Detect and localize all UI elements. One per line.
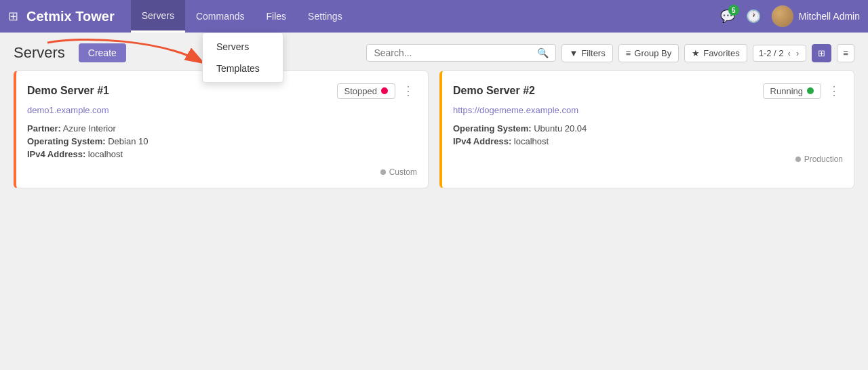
search-icon: 🔍 bbox=[537, 47, 549, 58]
card-2-header: Demo Server #2 Running ⋮ bbox=[453, 82, 843, 100]
prev-page-button[interactable]: ‹ bbox=[787, 48, 792, 58]
subheader: Servers Create 🔍 ▼ Filters ≡ Group By ★ … bbox=[14, 43, 854, 62]
top-navigation: ⊞ Cetmix Tower Servers Commands Files Se… bbox=[0, 0, 868, 33]
card-2-details: Operating System: Ubuntu 20.04 IPv4 Addr… bbox=[453, 123, 843, 146]
filter-icon: ▼ bbox=[569, 48, 578, 58]
card-1-menu-button[interactable]: ⋮ bbox=[399, 82, 417, 100]
card-1-os: Operating System: Debian 10 bbox=[27, 136, 417, 146]
groupby-button[interactable]: ≡ Group By bbox=[618, 44, 679, 62]
dropdown-item-servers[interactable]: Servers bbox=[203, 36, 283, 58]
card-1-footer: Custom bbox=[27, 167, 417, 177]
nav-item-commands[interactable]: Commands bbox=[185, 0, 256, 33]
card-2-status-label: Running bbox=[770, 86, 803, 96]
avatar bbox=[772, 5, 793, 27]
card-1-title: Demo Server #1 bbox=[27, 85, 109, 97]
card-1-tag: Custom bbox=[389, 167, 417, 177]
card-2-status-area: Running ⋮ bbox=[763, 82, 843, 100]
card-1-ipv4: IPv4 Address: localhost bbox=[27, 149, 417, 159]
card-2-tag-dot bbox=[795, 157, 801, 162]
card-1-status-area: Stopped ⋮ bbox=[337, 82, 417, 100]
filters-button[interactable]: ▼ Filters bbox=[561, 44, 612, 62]
create-button[interactable]: Create bbox=[79, 43, 126, 62]
card-2-ipv4: IPv4 Address: localhost bbox=[453, 136, 843, 146]
card-2-title: Demo Server #2 bbox=[453, 85, 535, 97]
groupby-icon: ≡ bbox=[626, 48, 631, 58]
page-body: Servers Create 🔍 ▼ Filters ≡ Group By ★ … bbox=[0, 33, 868, 199]
pagination: 1-2 / 2 ‹ › bbox=[753, 45, 807, 62]
dropdown-item-templates[interactable]: Templates bbox=[203, 58, 283, 79]
card-1-details: Partner: Azure Interior Operating System… bbox=[27, 123, 417, 159]
card-2-footer: Production bbox=[453, 155, 843, 164]
notification-badge: 5 bbox=[728, 5, 739, 16]
topnav-right: 💬 5 🕐 Mitchell Admin bbox=[720, 5, 860, 27]
card-1-partner: Partner: Azure Interior bbox=[27, 123, 417, 133]
card-2-status-badge: Running bbox=[763, 83, 821, 99]
clock-button[interactable]: 🕐 bbox=[746, 9, 761, 24]
servers-dropdown: Servers Templates bbox=[202, 33, 283, 83]
card-2-os: Operating System: Ubuntu 20.04 bbox=[453, 123, 843, 133]
server-card-1: Demo Server #1 Stopped ⋮ demo1.example.c… bbox=[14, 70, 429, 188]
server-card-2: Demo Server #2 Running ⋮ https://dogemem… bbox=[439, 70, 854, 188]
app-brand: Cetmix Tower bbox=[26, 9, 115, 24]
card-2-link[interactable]: https://dogememe.example.com bbox=[453, 105, 843, 115]
favorites-button[interactable]: ★ Favorites bbox=[684, 44, 747, 62]
pagination-text: 1-2 / 2 bbox=[759, 48, 784, 58]
card-1-link[interactable]: demo1.example.com bbox=[27, 105, 417, 115]
user-menu[interactable]: Mitchell Admin bbox=[772, 5, 860, 27]
servers-grid: Demo Server #1 Stopped ⋮ demo1.example.c… bbox=[14, 70, 854, 188]
notification-button[interactable]: 💬 5 bbox=[720, 9, 735, 24]
nav-item-servers[interactable]: Servers bbox=[131, 0, 185, 33]
search-toolbar: 🔍 ▼ Filters ≡ Group By ★ Favorites 1-2 /… bbox=[366, 44, 854, 62]
card-1-status-badge: Stopped bbox=[337, 83, 395, 99]
card-1-tag-dot bbox=[380, 169, 386, 175]
favorites-label: Favorites bbox=[703, 48, 739, 58]
filters-label: Filters bbox=[581, 48, 605, 58]
search-box: 🔍 bbox=[366, 44, 556, 62]
card-1-status-dot bbox=[381, 87, 388, 94]
user-name: Mitchell Admin bbox=[799, 11, 860, 22]
nav-item-files[interactable]: Files bbox=[256, 0, 298, 33]
nav-items: Servers Commands Files Settings bbox=[131, 0, 353, 33]
list-view-button[interactable]: ≡ bbox=[837, 44, 854, 62]
page-title: Servers bbox=[14, 44, 65, 62]
groupby-label: Group By bbox=[634, 48, 671, 58]
next-page-button[interactable]: › bbox=[795, 48, 800, 58]
search-input[interactable] bbox=[374, 47, 537, 58]
card-2-tag: Production bbox=[804, 155, 843, 164]
grid-icon[interactable]: ⊞ bbox=[8, 9, 18, 24]
card-2-status-dot bbox=[807, 87, 814, 94]
card-1-header: Demo Server #1 Stopped ⋮ bbox=[27, 82, 417, 100]
star-icon: ★ bbox=[692, 48, 700, 58]
nav-item-settings[interactable]: Settings bbox=[297, 0, 353, 33]
card-1-status-label: Stopped bbox=[344, 86, 377, 96]
card-2-menu-button[interactable]: ⋮ bbox=[825, 82, 843, 100]
grid-view-button[interactable]: ⊞ bbox=[812, 44, 831, 62]
